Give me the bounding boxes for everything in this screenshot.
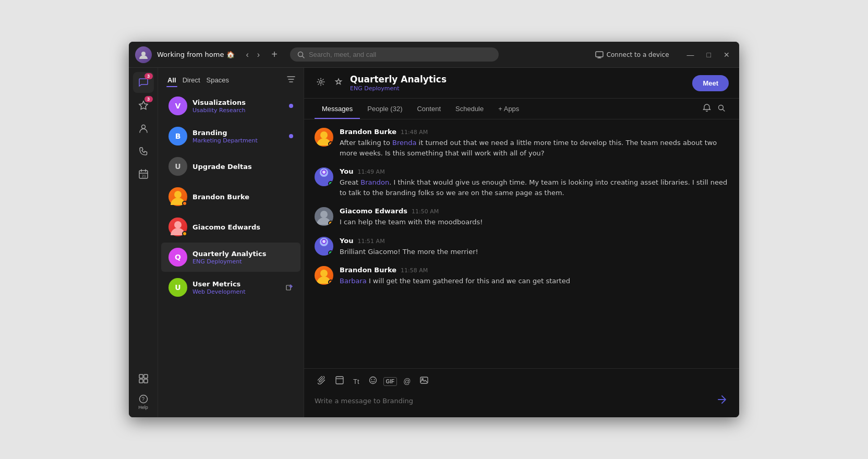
tab-spaces[interactable]: Spaces bbox=[206, 74, 230, 86]
message-group: Brandon Burke 11:48 AM After talking to … bbox=[315, 128, 729, 158]
search-messages-button[interactable] bbox=[714, 101, 729, 117]
sidebar-item-apps[interactable] bbox=[133, 368, 154, 389]
sidebar-item-chat[interactable]: 3 bbox=[133, 72, 154, 93]
emoji-button[interactable] bbox=[366, 374, 380, 389]
messages-area: Brandon Burke 11:48 AM After talking to … bbox=[304, 119, 739, 368]
close-button[interactable]: ✕ bbox=[720, 50, 733, 60]
svg-point-40 bbox=[371, 379, 372, 380]
sender-name: You bbox=[340, 237, 353, 245]
svg-point-21 bbox=[174, 191, 182, 198]
message-group: Giacomo Edwards 11:50 AM I can help the … bbox=[315, 207, 729, 227]
gif-button[interactable]: GIF bbox=[383, 377, 397, 386]
svg-text:?: ? bbox=[141, 396, 144, 402]
message-content: Brandon Burke 11:58 AM Barbara I will ge… bbox=[340, 266, 729, 286]
list-item[interactable]: Brandon Burke bbox=[161, 182, 300, 211]
notification-bell-button[interactable] bbox=[700, 101, 714, 117]
status-dot bbox=[328, 141, 333, 147]
connect-device-btn[interactable]: Connect to a device bbox=[595, 51, 669, 58]
list-item[interactable]: Giacomo Edwards bbox=[161, 212, 300, 241]
tab-all[interactable]: All bbox=[166, 74, 177, 86]
attach-button[interactable] bbox=[315, 374, 329, 389]
tab-schedule[interactable]: Schedule bbox=[448, 99, 491, 119]
chat-list: All Direct Spaces V Visualizations bbox=[158, 68, 304, 417]
image-button[interactable] bbox=[417, 374, 431, 389]
forward-button[interactable]: › bbox=[254, 48, 263, 62]
meet-button[interactable]: Meet bbox=[692, 75, 729, 91]
list-item[interactable]: U Upgrade Deltas bbox=[161, 152, 300, 181]
svg-rect-15 bbox=[144, 379, 148, 383]
chat-info: Quarterly Analytics ENG Deployment bbox=[192, 250, 293, 265]
send-button[interactable] bbox=[715, 393, 729, 409]
mention-button[interactable]: @ bbox=[400, 375, 414, 388]
tab-people[interactable]: People (32) bbox=[360, 99, 409, 119]
avatar bbox=[315, 266, 333, 285]
nav-buttons: ‹ › bbox=[243, 48, 263, 62]
sender-name: Brandon Burke bbox=[340, 128, 396, 136]
search-bar[interactable] bbox=[290, 47, 499, 62]
mention: Brandon bbox=[360, 178, 389, 186]
message-text: Barbara I will get the team gathered for… bbox=[340, 276, 729, 286]
sidebar-item-calls[interactable] bbox=[133, 141, 154, 162]
contacts-icon bbox=[138, 123, 149, 134]
chat-info: Upgrade Deltas bbox=[192, 163, 293, 171]
avatar: U bbox=[168, 157, 187, 176]
sidebar-item-activity[interactable]: 3 bbox=[133, 95, 154, 116]
star-button[interactable] bbox=[332, 76, 345, 90]
add-tab-button[interactable]: + bbox=[267, 46, 282, 63]
apps-icon bbox=[138, 373, 149, 384]
status-dot bbox=[182, 231, 187, 236]
tab-content[interactable]: Content bbox=[409, 99, 448, 119]
svg-rect-3 bbox=[596, 52, 603, 57]
back-button[interactable]: ‹ bbox=[243, 48, 252, 62]
filter-button[interactable] bbox=[287, 76, 295, 84]
format-button[interactable]: Tt bbox=[350, 376, 363, 388]
status-dot bbox=[182, 201, 187, 206]
chat-info: Brandon Burke bbox=[192, 193, 293, 201]
minimize-button[interactable]: — bbox=[684, 50, 697, 60]
list-item[interactable]: Q Quarterly Analytics ENG Deployment bbox=[161, 243, 300, 272]
message-group: Brandon Burke 11:58 AM Barbara I will ge… bbox=[315, 266, 729, 286]
whiteboard-button[interactable] bbox=[332, 374, 347, 389]
filter-icon bbox=[287, 76, 295, 83]
message-content: Giacomo Edwards 11:50 AM I can help the … bbox=[340, 207, 729, 227]
svg-point-31 bbox=[322, 171, 326, 174]
message-content: You 11:49 AM Great Brandon. I think that… bbox=[340, 167, 729, 198]
svg-rect-37 bbox=[336, 377, 343, 384]
sidebar-item-calendar[interactable]: 21 bbox=[133, 164, 154, 185]
svg-point-0 bbox=[141, 52, 146, 56]
message-text: Great Brandon. I think that would give u… bbox=[340, 177, 729, 198]
message-group: You 11:51 AM Brilliant Giacomo! The more… bbox=[315, 237, 729, 257]
maximize-button[interactable]: □ bbox=[704, 50, 714, 60]
chat-tabs: Messages People (32) Content Schedule + … bbox=[304, 99, 739, 119]
avatar: U bbox=[168, 278, 187, 297]
list-item[interactable]: U User Metrics Web Development bbox=[161, 273, 300, 302]
tab-messages[interactable]: Messages bbox=[315, 99, 360, 119]
tab-apps[interactable]: + Apps bbox=[491, 99, 526, 119]
svg-text:21: 21 bbox=[142, 174, 146, 178]
chat-items: V Visualizations Usability Research B Br… bbox=[158, 90, 304, 417]
chat-main: Quarterly Analytics ENG Deployment Meet … bbox=[304, 68, 739, 417]
avatar bbox=[315, 128, 333, 147]
search-input[interactable] bbox=[309, 51, 491, 58]
list-item[interactable]: V Visualizations Usability Research bbox=[161, 91, 300, 120]
message-input[interactable] bbox=[315, 397, 710, 405]
message-time: 11:51 AM bbox=[357, 238, 384, 245]
screen-icon bbox=[595, 51, 604, 58]
chat-badge: 3 bbox=[144, 73, 153, 79]
share-icon[interactable] bbox=[286, 283, 293, 292]
whiteboard-icon bbox=[335, 376, 344, 384]
tab-direct[interactable]: Direct bbox=[182, 74, 201, 86]
avatar[interactable] bbox=[135, 46, 152, 63]
sidebar-item-contacts[interactable] bbox=[133, 118, 154, 139]
settings-icon bbox=[317, 78, 325, 86]
status-dot bbox=[328, 181, 333, 186]
svg-point-41 bbox=[373, 379, 375, 380]
sidebar-item-help[interactable]: ? Help bbox=[133, 391, 154, 413]
svg-point-28 bbox=[320, 131, 328, 139]
settings-button[interactable] bbox=[315, 76, 327, 90]
avatar: B bbox=[168, 127, 187, 146]
list-item[interactable]: B Branding Marketing Department bbox=[161, 122, 300, 151]
message-content: Brandon Burke 11:48 AM After talking to … bbox=[340, 128, 729, 158]
input-toolbar: Tt GIF @ bbox=[315, 374, 729, 389]
status-dot bbox=[328, 250, 333, 256]
